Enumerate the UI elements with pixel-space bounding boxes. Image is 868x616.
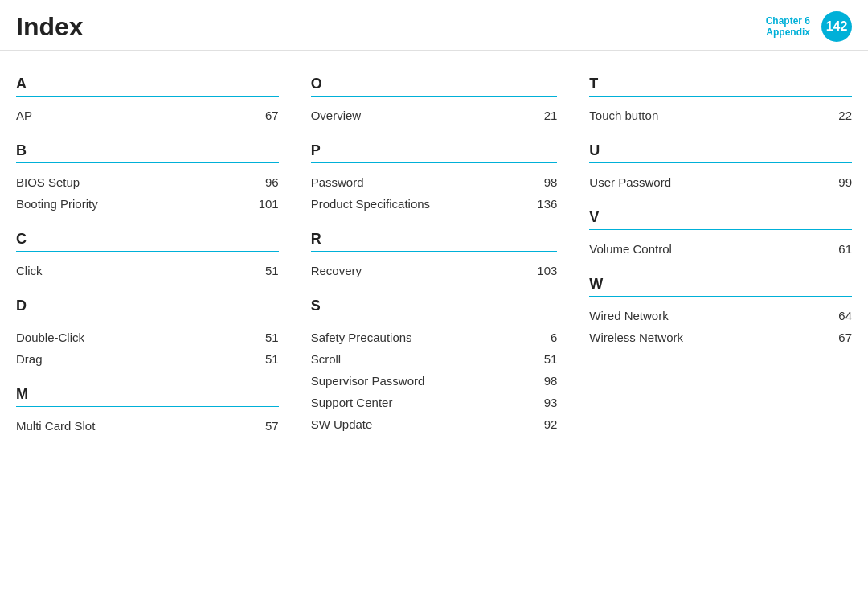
index-row: Drag51: [16, 348, 279, 370]
section-letter-O: O: [311, 76, 558, 92]
column-2: OOverview21PPassword98Product Specificat…: [295, 68, 574, 437]
section-letter-M: M: [16, 386, 279, 403]
section-letter-D: D: [16, 298, 279, 314]
section-divider-T: [589, 96, 852, 97]
section-letter-T: T: [589, 76, 852, 92]
index-page: 51: [265, 352, 279, 366]
index-term: Volume Control: [589, 242, 672, 256]
section-letter-U: U: [589, 142, 852, 159]
index-term: Recovery: [311, 264, 362, 277]
index-term: Wired Network: [589, 309, 668, 322]
index-page: 98: [544, 374, 558, 388]
index-page: 101: [259, 197, 279, 211]
section-divider-C: [16, 251, 279, 252]
index-term: User Password: [589, 175, 671, 189]
index-page: 51: [265, 264, 279, 277]
index-row: Wireless Network67: [589, 326, 852, 348]
index-page: 93: [544, 396, 558, 409]
index-row: Support Center93: [311, 392, 558, 413]
index-row: Product Specifications136: [311, 193, 558, 215]
section-divider-S: [311, 318, 558, 318]
index-row: Booting Priority101: [16, 193, 279, 215]
index-page: 51: [265, 331, 279, 344]
section-divider-B: [16, 162, 279, 163]
index-term: Multi Card Slot: [16, 419, 95, 433]
index-term: Booting Priority: [16, 197, 98, 211]
index-page: 98: [544, 175, 558, 189]
index-page: 136: [537, 197, 557, 211]
index-term: Scroll: [311, 352, 342, 366]
index-page: 22: [838, 109, 852, 122]
section-letter-R: R: [311, 231, 558, 248]
page-header: Index Chapter 6 Appendix 142: [0, 0, 868, 51]
column-3: TTouch button22UUser Password99VVolume C…: [573, 68, 852, 437]
index-row: Click51: [16, 260, 279, 281]
section-letter-S: S: [311, 298, 558, 314]
index-term: AP: [16, 109, 32, 122]
section-letter-V: V: [589, 209, 852, 226]
index-page: 67: [265, 109, 279, 122]
section-divider-R: [311, 251, 558, 252]
index-row: Supervisor Password98: [311, 370, 558, 392]
index-page: 96: [265, 175, 279, 189]
section-letter-B: B: [16, 142, 279, 159]
index-term: Touch button: [589, 109, 658, 122]
index-page: 61: [838, 242, 852, 256]
appendix-label: Appendix: [766, 27, 810, 38]
section-letter-C: C: [16, 231, 279, 248]
index-page: 6: [551, 331, 557, 344]
index-row: BIOS Setup96: [16, 171, 279, 193]
section-divider-V: [589, 229, 852, 230]
section-divider-A: [16, 96, 279, 97]
index-row: Safety Precautions6: [311, 326, 558, 348]
section-letter-W: W: [589, 276, 852, 293]
section-divider-D: [16, 318, 279, 318]
index-term: SW Update: [311, 417, 373, 431]
index-term: Overview: [311, 109, 362, 122]
index-row: Scroll51: [311, 348, 558, 370]
index-row: User Password99: [589, 171, 852, 193]
index-page: 92: [544, 417, 558, 431]
section-letter-A: A: [16, 76, 279, 92]
index-term: BIOS Setup: [16, 175, 80, 189]
section-divider-W: [589, 296, 852, 297]
index-row: Recovery103: [311, 260, 558, 281]
section-divider-O: [311, 96, 558, 97]
index-content: AAP67BBIOS Setup96Booting Priority101CCl…: [0, 51, 868, 453]
section-letter-P: P: [311, 142, 558, 159]
index-row: AP67: [16, 105, 279, 126]
column-1: AAP67BBIOS Setup96Booting Priority101CCl…: [16, 68, 295, 437]
index-page: 57: [265, 419, 279, 433]
index-page: 51: [544, 352, 558, 366]
section-divider-P: [311, 162, 558, 163]
chapter-text-group: Chapter 6 Appendix: [766, 15, 810, 38]
chapter-info: Chapter 6 Appendix 142: [766, 11, 852, 42]
index-row: Multi Card Slot57: [16, 415, 279, 437]
index-term: Supervisor Password: [311, 374, 425, 388]
index-term: Click: [16, 264, 43, 277]
index-page: 99: [838, 175, 852, 189]
index-row: SW Update92: [311, 413, 558, 435]
index-row: Wired Network64: [589, 305, 852, 326]
index-term: Password: [311, 175, 364, 189]
index-page: 103: [537, 264, 557, 277]
index-row: Overview21: [311, 105, 558, 126]
index-page: 21: [544, 109, 558, 122]
index-row: Double-Click51: [16, 326, 279, 348]
section-divider-M: [16, 406, 279, 407]
page-title: Index: [16, 12, 84, 42]
chapter-label: Chapter 6: [766, 15, 810, 27]
index-page: 67: [838, 331, 852, 344]
index-term: Product Specifications: [311, 197, 430, 211]
index-term: Safety Precautions: [311, 331, 412, 344]
page-number-badge: 142: [821, 11, 852, 42]
section-divider-U: [589, 162, 852, 163]
index-row: Password98: [311, 171, 558, 193]
index-page: 64: [838, 309, 852, 322]
index-term: Wireless Network: [589, 331, 683, 344]
index-row: Volume Control61: [589, 238, 852, 260]
index-term: Double-Click: [16, 331, 84, 344]
index-term: Drag: [16, 352, 43, 366]
index-row: Touch button22: [589, 105, 852, 126]
index-term: Support Center: [311, 396, 393, 409]
